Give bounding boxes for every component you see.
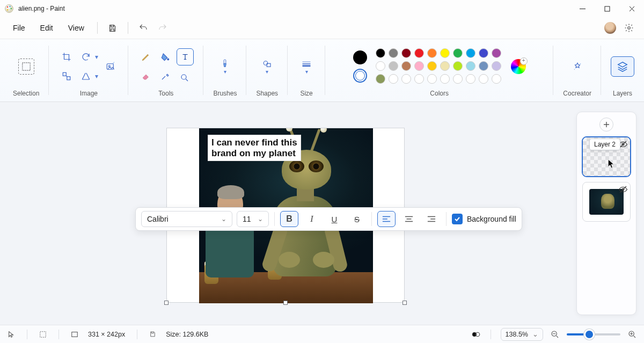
color-picker-tool[interactable]: [157, 69, 173, 83]
rotate-button[interactable]: ▾: [78, 50, 99, 64]
zoom-slider[interactable]: [567, 333, 620, 335]
color-swatch[interactable]: [479, 74, 488, 84]
divider: [446, 212, 447, 226]
resize-handle[interactable]: [164, 301, 169, 305]
color-swatch[interactable]: [492, 74, 501, 84]
color-swatch[interactable]: [479, 61, 488, 71]
font-size-combo[interactable]: 11 ⌄: [237, 211, 269, 227]
color-swatch[interactable]: [401, 61, 411, 71]
svg-rect-6: [605, 6, 610, 11]
color-swatch[interactable]: [414, 61, 424, 71]
edit-colors-button[interactable]: [511, 59, 526, 74]
cursor-icon: [608, 159, 615, 171]
title-bar: alien.png - Paint: [0, 0, 644, 17]
undo-button[interactable]: [135, 19, 152, 37]
layer-item-2[interactable]: Layer 2: [582, 137, 631, 177]
brushes-button[interactable]: ▾: [216, 56, 234, 77]
color-swatch[interactable]: [376, 61, 385, 71]
resize-handle[interactable]: [283, 301, 288, 305]
magnifier-tool[interactable]: [177, 71, 193, 85]
remove-background-button[interactable]: [103, 60, 119, 74]
color-swatch[interactable]: [414, 48, 424, 58]
align-left-button[interactable]: [377, 211, 396, 227]
align-right-button[interactable]: [422, 211, 441, 227]
color-1[interactable]: [353, 50, 367, 64]
color-swatch[interactable]: [389, 48, 398, 58]
color-swatch[interactable]: [427, 48, 437, 58]
svg-point-5: [8, 10, 11, 11]
color-swatch[interactable]: [401, 48, 411, 58]
menu-file[interactable]: File: [6, 20, 32, 35]
resize-handle[interactable]: [402, 301, 407, 305]
italic-button[interactable]: I: [303, 211, 321, 227]
layer-visibility-icon[interactable]: [618, 185, 628, 194]
underline-button[interactable]: U: [325, 211, 343, 227]
file-size-icon: [149, 330, 156, 338]
add-layer-button[interactable]: [599, 118, 613, 132]
color-swatch[interactable]: [466, 61, 475, 71]
divider: [97, 22, 98, 34]
cursor-position-icon: [8, 331, 15, 338]
zoom-combo[interactable]: 138.5% ⌄: [501, 328, 543, 341]
ribbon-group-tools: Tools: [128, 39, 203, 101]
color-swatch[interactable]: [479, 48, 488, 58]
maximize-button[interactable]: [595, 0, 619, 17]
color-swatch[interactable]: [376, 74, 385, 84]
ribbon-label-shapes: Shapes: [256, 90, 278, 99]
color-swatch[interactable]: [376, 48, 385, 58]
color-swatch[interactable]: [389, 74, 398, 84]
text-tool[interactable]: [177, 48, 194, 65]
color-swatch[interactable]: [427, 61, 437, 71]
color-swatch[interactable]: [401, 74, 411, 84]
color-swatch[interactable]: [427, 74, 437, 84]
copilot-icon[interactable]: [471, 330, 481, 339]
close-button[interactable]: [619, 0, 644, 17]
color-swatch[interactable]: [453, 48, 463, 58]
color-swatch[interactable]: [466, 48, 475, 58]
ribbon-label-cocreator: Cocreator: [563, 90, 591, 99]
save-button[interactable]: [104, 19, 121, 37]
cocreator-button[interactable]: [568, 57, 587, 76]
crop-button[interactable]: [58, 50, 75, 64]
settings-button[interactable]: [620, 19, 638, 37]
layers-toggle-button[interactable]: [611, 56, 634, 77]
layer-item-1[interactable]: [582, 182, 631, 222]
font-family-value: Calibri: [147, 215, 169, 223]
color-swatch[interactable]: [453, 74, 463, 84]
pencil-tool[interactable]: [138, 50, 154, 64]
resize-button[interactable]: [58, 69, 75, 83]
ribbon-label-brushes: Brushes: [213, 90, 237, 99]
user-avatar[interactable]: [604, 22, 616, 34]
size-button[interactable]: ▾: [297, 56, 316, 77]
selection-tool[interactable]: [18, 59, 34, 75]
align-center-button[interactable]: [400, 211, 418, 227]
text-toolbar: Calibri ⌄ 11 ⌄ B I U S Background fill: [135, 207, 522, 231]
canvas-text-box[interactable]: I can never find this brand on my planet: [208, 135, 301, 161]
color-swatch[interactable]: [414, 74, 424, 84]
redo-button[interactable]: [154, 19, 171, 37]
color-2[interactable]: [353, 69, 367, 83]
zoom-out-button[interactable]: [551, 330, 559, 339]
strikethrough-button[interactable]: S: [348, 211, 366, 227]
background-fill-checkbox[interactable]: [452, 214, 463, 224]
color-swatch[interactable]: [440, 61, 450, 71]
svg-point-2: [9, 6, 10, 7]
color-swatch[interactable]: [466, 74, 475, 84]
bold-button[interactable]: B: [280, 211, 298, 227]
menu-view[interactable]: View: [62, 20, 91, 35]
menu-edit[interactable]: Edit: [34, 20, 60, 35]
color-swatch[interactable]: [453, 61, 463, 71]
color-swatch[interactable]: [492, 48, 501, 58]
color-palette: [376, 48, 502, 85]
color-swatch[interactable]: [492, 61, 501, 71]
shapes-button[interactable]: ▾: [258, 56, 276, 77]
flip-button[interactable]: ▾: [78, 69, 99, 83]
zoom-in-button[interactable]: [628, 330, 636, 339]
fill-tool[interactable]: [157, 50, 173, 64]
eraser-tool[interactable]: [138, 69, 154, 83]
color-swatch[interactable]: [389, 61, 398, 71]
minimize-button[interactable]: [570, 0, 595, 17]
font-family-combo[interactable]: Calibri ⌄: [141, 211, 232, 227]
color-swatch[interactable]: [440, 74, 450, 84]
color-swatch[interactable]: [440, 48, 450, 58]
